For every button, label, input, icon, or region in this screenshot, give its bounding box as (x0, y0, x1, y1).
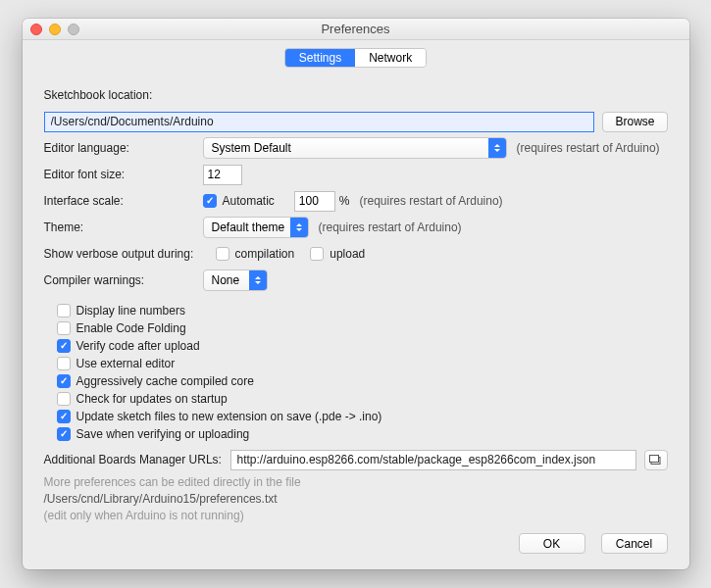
restart-note-2: (requires restart of Arduino) (360, 194, 503, 208)
hint-path: /Users/cnd/Library/Arduino15/preferences… (44, 492, 668, 506)
hint-more: More preferences can be edited directly … (44, 475, 668, 489)
automatic-checkbox[interactable] (203, 194, 217, 208)
font-size-input[interactable] (203, 165, 242, 185)
ok-button[interactable]: OK (519, 533, 585, 554)
titlebar: Preferences (23, 19, 689, 40)
editor-lang-select[interactable]: System Default (203, 137, 507, 159)
addl-urls-label: Additional Boards Manager URLs: (44, 453, 230, 466)
tab-settings[interactable]: Settings (285, 49, 355, 67)
preferences-window: Preferences Settings Network Sketchbook … (23, 19, 689, 569)
iface-scale-label: Interface scale: (44, 194, 203, 208)
compiler-warn-select[interactable]: None (203, 270, 268, 291)
upload-checkbox[interactable] (310, 247, 324, 261)
save-verify-checkbox[interactable] (57, 427, 71, 441)
cancel-button[interactable]: Cancel (601, 533, 668, 554)
external-editor-checkbox[interactable] (57, 357, 71, 370)
expand-urls-button[interactable] (644, 450, 668, 470)
verbose-label: Show verbose output during: (44, 247, 216, 261)
tab-network[interactable]: Network (355, 49, 426, 67)
browse-button[interactable]: Browse (602, 112, 667, 132)
compiler-warn-label: Compiler warnings: (44, 273, 203, 287)
sketchbook-label: Sketchbook location: (44, 88, 153, 102)
update-ext-checkbox[interactable] (57, 410, 71, 423)
editor-lang-label: Editor language: (44, 141, 203, 155)
window-title: Preferences (23, 22, 689, 36)
tab-bar: Settings Network (23, 40, 689, 74)
theme-select[interactable]: Default theme (203, 217, 309, 238)
scale-pct-input[interactable] (294, 191, 335, 212)
code-folding-checkbox[interactable] (57, 321, 71, 335)
addl-urls-input[interactable] (230, 450, 636, 470)
hint-edit-only: (edit only when Arduino is not running) (44, 509, 668, 522)
theme-label: Theme: (44, 220, 203, 234)
svg-rect-1 (650, 455, 659, 462)
line-numbers-checkbox[interactable] (57, 304, 71, 318)
window-icon (649, 455, 662, 466)
compilation-checkbox[interactable] (216, 247, 229, 261)
verify-upload-checkbox[interactable] (57, 339, 71, 353)
font-size-label: Editor font size: (44, 168, 203, 181)
restart-note: (requires restart of Arduino) (517, 141, 660, 155)
sketchbook-path-input[interactable] (44, 112, 595, 132)
restart-note-3: (requires restart of Arduino) (319, 220, 462, 234)
check-updates-checkbox[interactable] (57, 392, 71, 406)
cache-core-checkbox[interactable] (57, 374, 71, 388)
content-area: Sketchbook location: Browse Editor langu… (23, 74, 689, 569)
